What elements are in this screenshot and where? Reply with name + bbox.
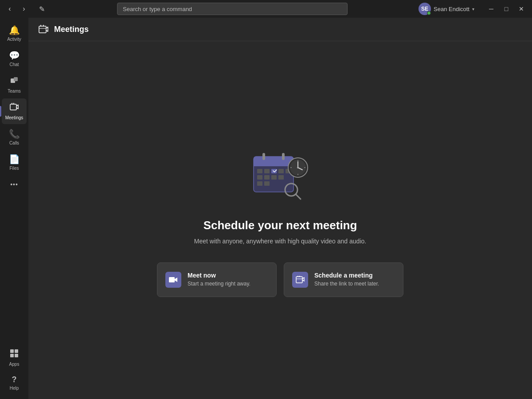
svg-rect-8 bbox=[15, 354, 18, 357]
files-icon: 📄 bbox=[9, 154, 20, 164]
apps-icon bbox=[9, 348, 19, 360]
user-area[interactable]: SE Sean Endicott ▾ bbox=[416, 1, 477, 16]
chevron-down-icon: ▾ bbox=[472, 7, 474, 12]
sidebar-label-apps: Apps bbox=[9, 362, 20, 367]
sidebar-label-calls: Calls bbox=[9, 141, 19, 146]
action-cards: Meet now Start a meeting right away. bbox=[157, 262, 403, 297]
title-bar: ‹ › ✎ Search or type a command SE Sean E… bbox=[0, 0, 532, 18]
svg-rect-2 bbox=[10, 104, 16, 110]
schedule-meeting-text: Schedule a meeting Share the link to mee… bbox=[314, 272, 379, 287]
search-placeholder-text: Search or type a command bbox=[123, 6, 192, 12]
svg-rect-16 bbox=[262, 153, 265, 160]
svg-rect-19 bbox=[264, 169, 270, 173]
sidebar-item-meetings[interactable]: Meetings bbox=[2, 98, 27, 124]
svg-line-39 bbox=[296, 194, 301, 199]
avatar: SE bbox=[419, 3, 431, 15]
svg-rect-1 bbox=[14, 77, 18, 81]
hero-title: Schedule your next meeting bbox=[203, 219, 357, 232]
sidebar-label-help: Help bbox=[10, 386, 19, 391]
window-controls: ─ □ ✕ bbox=[484, 3, 528, 15]
page-header-icon bbox=[37, 23, 50, 35]
meet-now-desc: Start a meeting right away. bbox=[188, 281, 250, 287]
more-icon: ••• bbox=[10, 181, 18, 188]
svg-rect-9 bbox=[39, 26, 46, 33]
hero-subtitle: Meet with anyone, anywhere with high qua… bbox=[194, 238, 366, 245]
hero-illustration bbox=[245, 143, 316, 205]
meetings-icon bbox=[9, 102, 19, 114]
sidebar-item-calls[interactable]: 📞 Calls bbox=[2, 125, 27, 149]
search-bar[interactable]: Search or type a command bbox=[117, 3, 348, 15]
forward-button[interactable]: › bbox=[18, 3, 30, 15]
main-area: 🔔 Activity 💬 Chat Teams bbox=[0, 18, 532, 399]
chat-icon: 💬 bbox=[9, 50, 20, 61]
sidebar-item-help[interactable]: ? Help bbox=[2, 372, 27, 395]
minimize-button[interactable]: ─ bbox=[484, 3, 498, 15]
schedule-meeting-card[interactable]: Schedule a meeting Share the link to mee… bbox=[284, 262, 403, 297]
svg-rect-25 bbox=[271, 175, 277, 180]
schedule-meeting-title: Schedule a meeting bbox=[314, 272, 379, 279]
activity-icon: 🔔 bbox=[9, 25, 20, 35]
sidebar-label-teams: Teams bbox=[8, 89, 20, 94]
schedule-meeting-icon bbox=[292, 272, 308, 288]
sidebar-item-more[interactable]: ••• bbox=[2, 177, 27, 193]
sidebar-label-files: Files bbox=[9, 166, 19, 171]
svg-rect-23 bbox=[257, 175, 262, 180]
calls-icon: 📞 bbox=[9, 129, 20, 139]
svg-rect-7 bbox=[10, 354, 14, 357]
title-bar-right: SE Sean Endicott ▾ ─ □ ✕ bbox=[416, 1, 528, 16]
sidebar-item-files[interactable]: 📄 Files bbox=[2, 150, 27, 175]
svg-rect-24 bbox=[264, 175, 270, 180]
nav-controls: ‹ › bbox=[4, 3, 30, 15]
content-area: Meetings bbox=[28, 18, 532, 399]
sidebar: 🔔 Activity 💬 Chat Teams bbox=[0, 18, 28, 399]
sidebar-item-activity[interactable]: 🔔 Activity bbox=[2, 21, 27, 46]
edit-button[interactable]: ✎ bbox=[35, 2, 49, 16]
title-bar-left: ‹ › ✎ bbox=[4, 2, 49, 16]
meet-now-card[interactable]: Meet now Start a meeting right away. bbox=[157, 262, 277, 297]
svg-rect-21 bbox=[278, 169, 284, 173]
teams-icon bbox=[9, 75, 19, 87]
help-icon: ? bbox=[12, 375, 17, 384]
sidebar-label-chat: Chat bbox=[9, 62, 19, 67]
svg-rect-6 bbox=[15, 349, 18, 353]
meet-now-title: Meet now bbox=[188, 272, 250, 279]
meet-now-icon bbox=[165, 272, 181, 288]
svg-rect-28 bbox=[264, 181, 270, 186]
page-header: Meetings bbox=[28, 18, 532, 41]
svg-rect-5 bbox=[10, 349, 14, 353]
user-name: Sean Endicott bbox=[434, 6, 469, 12]
svg-rect-40 bbox=[169, 277, 175, 282]
svg-rect-17 bbox=[282, 153, 285, 160]
page-title: Meetings bbox=[54, 25, 89, 34]
svg-point-33 bbox=[297, 167, 299, 168]
svg-rect-18 bbox=[257, 169, 262, 173]
main-content: Schedule your next meeting Meet with any… bbox=[28, 41, 532, 399]
online-status bbox=[427, 11, 431, 15]
sidebar-item-chat[interactable]: 💬 Chat bbox=[2, 47, 27, 71]
svg-rect-41 bbox=[296, 277, 302, 283]
close-button[interactable]: ✕ bbox=[514, 3, 528, 15]
svg-rect-26 bbox=[278, 175, 284, 180]
sidebar-item-teams[interactable]: Teams bbox=[2, 72, 27, 98]
svg-rect-27 bbox=[257, 181, 262, 186]
svg-rect-15 bbox=[254, 163, 293, 166]
schedule-meeting-desc: Share the link to meet later. bbox=[314, 281, 379, 287]
meet-now-text: Meet now Start a meeting right away. bbox=[188, 272, 250, 287]
back-button[interactable]: ‹ bbox=[4, 3, 16, 15]
sidebar-label-activity: Activity bbox=[7, 37, 21, 42]
maximize-button[interactable]: □ bbox=[499, 3, 513, 15]
sidebar-label-meetings: Meetings bbox=[5, 115, 23, 121]
sidebar-item-apps[interactable]: Apps bbox=[2, 345, 27, 371]
